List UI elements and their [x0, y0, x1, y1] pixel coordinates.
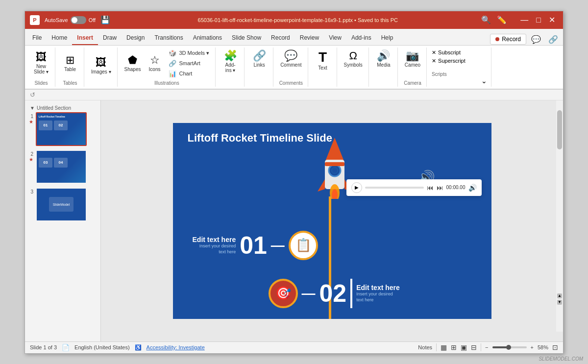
cameo-button[interactable]: 📷 Cameo: [403, 49, 422, 70]
reading-view-icon[interactable]: ▣: [461, 343, 467, 351]
new-slide-button[interactable]: 🖼 NewSlide ▾: [31, 50, 51, 76]
cameo-icon: 📷: [406, 50, 419, 61]
media-group: 🔊 Media: [370, 48, 398, 87]
slide-thumb-3[interactable]: SlideModel: [36, 188, 87, 221]
tab-help[interactable]: Help: [376, 31, 398, 45]
icons-button[interactable]: ☆ Icons: [145, 53, 165, 74]
tab-design[interactable]: Design: [122, 31, 149, 45]
notes-button[interactable]: Notes: [418, 344, 432, 350]
accessibility-text[interactable]: Accessibility: Investigate: [147, 344, 205, 350]
scripts-expand-icon[interactable]: ⌄: [481, 77, 487, 85]
pen-icon[interactable]: ✏️: [497, 15, 507, 24]
table-button[interactable]: ⊞ Table: [60, 53, 80, 74]
timeline-item-1: Edit text here Insert your desiredtext h…: [193, 231, 318, 260]
timeline-item-2-icon: 🎯: [269, 279, 298, 308]
presentation-view-icon[interactable]: ⊟: [471, 343, 477, 351]
chart-button[interactable]: 📊 Chart: [167, 69, 212, 78]
audio-play-button[interactable]: ▶: [351, 182, 362, 193]
tab-review[interactable]: Review: [295, 31, 324, 45]
close-button[interactable]: ✕: [546, 14, 558, 25]
tab-file[interactable]: File: [27, 31, 47, 45]
images-button[interactable]: 🖼 Images ▾: [89, 55, 113, 76]
autosave-label: AutoSave: [45, 17, 68, 23]
audio-forward-icon[interactable]: ⏭: [437, 184, 443, 192]
autosave-toggle[interactable]: [71, 16, 86, 24]
slide-star-1: ★: [29, 119, 33, 124]
symbols-button[interactable]: Ω Symbols: [342, 49, 365, 70]
shapes-button[interactable]: ⬟ Shapes: [122, 53, 143, 74]
tab-transitions[interactable]: Transitions: [149, 31, 188, 45]
scroll-down-arrow[interactable]: ▼: [557, 300, 562, 305]
audio-rewind-icon[interactable]: ⏮: [427, 184, 434, 192]
tab-addins[interactable]: Add-ins: [346, 31, 376, 45]
slide-thumb-2[interactable]: 03 04: [36, 150, 87, 184]
audio-player: ▶ ⏮ ⏭ 00:00.00 🔊: [346, 179, 482, 196]
timeline-item-1-sub: Insert your desiredtext here: [193, 243, 236, 255]
media-button[interactable]: 🔊 Media: [374, 49, 393, 70]
scroll-thumb[interactable]: [557, 110, 562, 149]
slides-items: 🖼 NewSlide ▾: [31, 49, 51, 78]
slide-thumb-1[interactable]: Liftoff Rocket Timeline 01 02: [36, 112, 87, 146]
shapes-icon: ⬟: [128, 55, 137, 66]
new-slide-icon: 🖼: [36, 52, 47, 63]
tab-home[interactable]: Home: [47, 31, 72, 45]
audio-volume-icon[interactable]: 🔊: [468, 184, 477, 192]
text-button[interactable]: T Text: [313, 49, 333, 73]
slides-panel: ▼ Untitled Section 1 ★ Liftoff Rocket Ti…: [25, 100, 101, 341]
zoom-slider[interactable]: [492, 346, 527, 348]
media-icon: 🔊: [377, 50, 390, 61]
slide-item-3[interactable]: 3 SlideModel: [27, 188, 98, 221]
autosave-state: Off: [89, 17, 96, 23]
maximize-button[interactable]: □: [533, 14, 544, 25]
slides-group: 🖼 NewSlide ▾ Slides: [27, 48, 55, 87]
search-icon[interactable]: 🔍: [481, 15, 491, 24]
superscript-label: Superscript: [438, 58, 466, 64]
text-label: Text: [318, 65, 327, 71]
minimize-button[interactable]: —: [517, 14, 531, 25]
audio-progress-bar[interactable]: [365, 187, 424, 189]
share-icon-btn[interactable]: 🔗: [546, 34, 561, 45]
camera-group-label: Camera: [404, 79, 421, 86]
tab-record[interactable]: Record: [266, 31, 295, 45]
subscript-button[interactable]: ✕ Subscript: [432, 49, 487, 56]
slide-item-2[interactable]: 2 ★ 03 04: [27, 150, 98, 184]
illustrations-group-label: Illustrations: [154, 79, 179, 86]
tab-animations[interactable]: Animations: [188, 31, 227, 45]
record-button[interactable]: Record: [490, 34, 526, 45]
text-group: T Text: [309, 48, 337, 87]
timeline-item-2-number: 02: [319, 281, 347, 306]
zoom-in-icon[interactable]: +: [531, 344, 534, 350]
3d-models-button[interactable]: 🎲 3D Models ▾: [167, 49, 212, 58]
zoom-slider-thumb[interactable]: [506, 345, 511, 350]
comment-button[interactable]: 💬 Comment: [278, 49, 303, 70]
save-icon[interactable]: 💾: [100, 15, 110, 24]
links-button[interactable]: 🔗 Links: [249, 49, 269, 70]
slide-sorter-icon[interactable]: ⊞: [451, 343, 457, 351]
scroll-up-arrow[interactable]: ▲: [557, 293, 562, 298]
zoom-out-icon[interactable]: −: [485, 344, 488, 350]
logo-letter: P: [33, 17, 36, 23]
tab-slideshow[interactable]: Slide Show: [227, 31, 266, 45]
slide-number-2: 2: [27, 150, 33, 157]
addins-group: 🧩 Add-ins ▾: [217, 48, 245, 87]
normal-view-icon[interactable]: ▦: [441, 343, 447, 351]
table-icon: ⊞: [66, 55, 74, 66]
images-items: 🖼 Images ▾: [89, 49, 113, 84]
tab-draw[interactable]: Draw: [98, 31, 122, 45]
slide-item-1[interactable]: 1 ★ Liftoff Rocket Timeline 01 0: [27, 112, 98, 146]
accessibility-icon: ♿: [135, 344, 142, 351]
3d-models-icon: 🎲: [169, 49, 176, 57]
comment-icon-btn[interactable]: 💬: [529, 34, 543, 45]
addins-button[interactable]: 🧩 Add-ins ▾: [220, 49, 240, 75]
zoom-percent[interactable]: 58%: [538, 344, 548, 350]
fit-slide-icon[interactable]: ⊡: [552, 343, 558, 351]
superscript-button[interactable]: ✕ Superscript: [432, 58, 487, 64]
tab-insert[interactable]: Insert: [72, 31, 98, 45]
timeline-item-2-title: Edit text here: [356, 284, 400, 291]
tab-view[interactable]: View: [324, 31, 346, 45]
slide-thumb-inner-2: 03 04: [37, 151, 86, 183]
icons-icon: ☆: [150, 55, 160, 66]
comment-icon: 💬: [284, 50, 297, 61]
app-window: P AutoSave Off 💾 65036-01-lift-off-rocke…: [24, 11, 564, 354]
smartart-button[interactable]: 🔗 SmartArt: [167, 59, 212, 68]
